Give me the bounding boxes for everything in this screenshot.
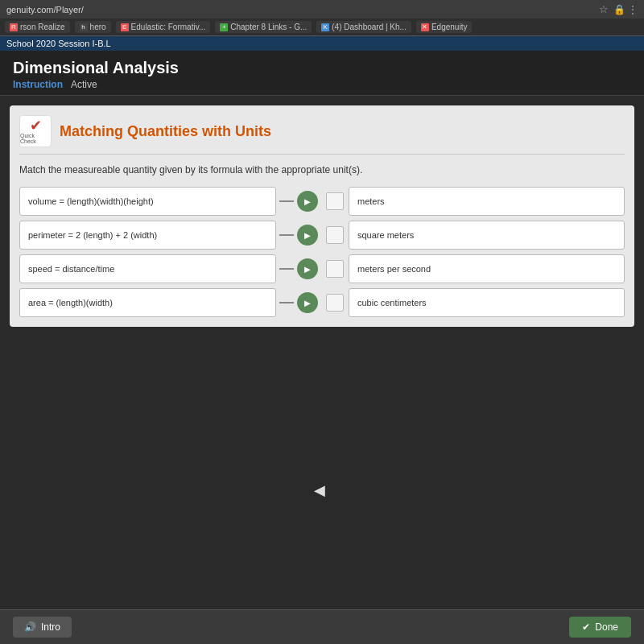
unit-checkbox-4[interactable] bbox=[326, 294, 344, 312]
url-text: genuity.com/Player/ bbox=[6, 5, 84, 14]
tab-favicon-edgenuity: ✕ bbox=[421, 23, 429, 31]
tab-favicon-hero: h bbox=[80, 23, 88, 31]
arrow-button-1[interactable]: ► bbox=[297, 191, 318, 212]
tab-favicon-dashboard: K bbox=[321, 23, 329, 31]
unit-row-3: meters per second bbox=[326, 254, 625, 283]
unit-checkbox-2[interactable] bbox=[326, 226, 344, 244]
tab-dashboard[interactable]: K (4) Dashboard | Kh... bbox=[316, 21, 411, 33]
matching-card: ✔ Quick Check Matching Quantities with U… bbox=[10, 105, 634, 327]
star-icon: ☆ bbox=[599, 3, 609, 15]
unit-row-1: meters bbox=[326, 187, 625, 216]
page-title: Dimensional Analysis bbox=[13, 59, 631, 77]
done-label: Done bbox=[595, 621, 618, 633]
formula-text-2: perimeter = 2 (length) + 2 (width) bbox=[28, 230, 157, 240]
unit-row-2: square meters bbox=[326, 221, 625, 250]
connector-2 bbox=[279, 234, 294, 236]
tab-edgenuity[interactable]: ✕ Edgenuity bbox=[416, 21, 472, 33]
unit-column: meters square meters meters per second c… bbox=[326, 187, 625, 317]
formula-box-4: area = (length)(width) bbox=[19, 288, 276, 317]
unit-text-2: square meters bbox=[357, 230, 414, 240]
unit-checkbox-3[interactable] bbox=[326, 260, 344, 278]
formula-column: volume = (length)(width)(height) ► perim… bbox=[19, 187, 318, 317]
browser-url-bar: genuity.com/Player/ ☆ 🔒 ⋮ bbox=[0, 0, 644, 19]
unit-box-4: cubic centimeters bbox=[349, 288, 625, 317]
tab-label-rson: rson Realize bbox=[20, 23, 65, 31]
formula-row-1: volume = (length)(width)(height) ► bbox=[19, 187, 318, 216]
intro-label: Intro bbox=[41, 621, 60, 633]
tab-rson-realize[interactable]: R rson Realize bbox=[5, 21, 70, 33]
connector-4 bbox=[279, 302, 294, 303]
formula-text-1: volume = (length)(width)(height) bbox=[28, 196, 154, 206]
card-header: ✔ Quick Check Matching Quantities with U… bbox=[19, 115, 625, 155]
quick-check-label: Quick Check bbox=[20, 133, 51, 144]
formula-row-2: perimeter = 2 (length) + 2 (width) ► bbox=[19, 221, 318, 250]
formula-text-4: area = (length)(width) bbox=[28, 298, 113, 308]
session-text: School 2020 Session I-B.L bbox=[6, 39, 111, 48]
done-button[interactable]: ✔ Done bbox=[569, 617, 631, 638]
tab-label-dashboard: (4) Dashboard | Kh... bbox=[332, 23, 407, 31]
cursor: ◀ bbox=[314, 481, 325, 499]
unit-checkbox-1[interactable] bbox=[326, 192, 344, 210]
formula-row-3: speed = distance/time ► bbox=[19, 254, 318, 283]
tab-favicon-chapter8: + bbox=[220, 23, 228, 31]
unit-box-2: square meters bbox=[349, 221, 625, 250]
active-label: Active bbox=[71, 79, 97, 90]
instruction-text: Match the measureable quantity given by … bbox=[19, 164, 625, 175]
tab-favicon-rson: R bbox=[10, 23, 18, 31]
tab-bar: R rson Realize h hero E Edulastic: Forma… bbox=[0, 19, 644, 36]
formula-box-1: volume = (length)(width)(height) bbox=[19, 187, 276, 216]
intro-button[interactable]: 🔊 Intro bbox=[13, 617, 72, 638]
unit-text-4: cubic centimeters bbox=[357, 298, 427, 308]
tab-label-edgenuity: Edgenuity bbox=[431, 23, 467, 31]
unit-box-1: meters bbox=[349, 187, 625, 216]
speaker-icon: 🔊 bbox=[24, 621, 36, 633]
matching-area: volume = (length)(width)(height) ► perim… bbox=[19, 187, 625, 317]
connector-3 bbox=[279, 268, 294, 270]
tab-label-edulastic: Edulastic: Formativ... bbox=[131, 23, 206, 31]
unit-text-1: meters bbox=[357, 196, 385, 206]
session-bar: School 2020 Session I-B.L bbox=[0, 36, 644, 51]
unit-box-3: meters per second bbox=[349, 254, 625, 283]
card-title: Matching Quantities with Units bbox=[60, 123, 271, 140]
formula-row-4: area = (length)(width) ► bbox=[19, 288, 318, 317]
tab-label-chapter8: Chapter 8 Links - G... bbox=[230, 23, 307, 31]
formula-box-3: speed = distance/time bbox=[19, 254, 276, 283]
tab-edulastic[interactable]: E Edulastic: Formativ... bbox=[116, 21, 211, 33]
arrow-button-2[interactable]: ► bbox=[297, 225, 318, 246]
arrow-button-3[interactable]: ► bbox=[297, 258, 318, 279]
bottom-bar: 🔊 Intro ✔ Done bbox=[0, 609, 644, 644]
tab-hero[interactable]: h hero bbox=[75, 21, 111, 33]
unit-text-3: meters per second bbox=[357, 264, 431, 274]
tab-chapter8[interactable]: + Chapter 8 Links - G... bbox=[215, 21, 312, 33]
tab-label-hero: hero bbox=[90, 23, 106, 31]
checkmark-done-icon: ✔ bbox=[582, 621, 590, 633]
unit-row-4: cubic centimeters bbox=[326, 288, 625, 317]
tab-favicon-edulastic: E bbox=[121, 23, 129, 31]
quick-check-icon: ✔ Quick Check bbox=[19, 115, 52, 147]
formula-text-3: speed = distance/time bbox=[28, 264, 114, 274]
page-header: Dimensional Analysis Instruction Active bbox=[0, 51, 644, 96]
arrow-button-4[interactable]: ► bbox=[297, 292, 318, 313]
extension-icons: 🔒 ⋮ bbox=[613, 4, 638, 15]
checkmark-icon: ✔ bbox=[30, 118, 42, 133]
connector-1 bbox=[279, 200, 294, 202]
page-subtitle: Instruction Active bbox=[13, 79, 631, 90]
formula-box-2: perimeter = 2 (length) + 2 (width) bbox=[19, 221, 276, 250]
instruction-label[interactable]: Instruction bbox=[13, 79, 63, 90]
